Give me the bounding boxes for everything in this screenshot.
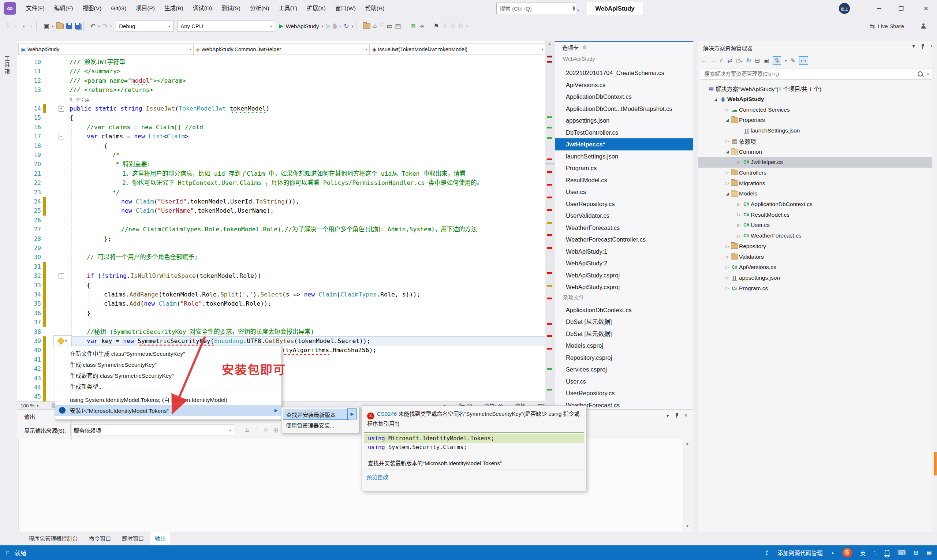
tree-expander-icon[interactable]: ▷ (736, 234, 742, 238)
navigate-back-icon[interactable]: ← (14, 22, 20, 30)
tree-item[interactable]: {}launchSettings.json (698, 126, 937, 136)
tab-list-item[interactable]: Program.cs (555, 162, 693, 174)
run-target-label[interactable]: WebApiStudy (286, 23, 319, 29)
tree-expander-icon[interactable]: ▷ (724, 181, 730, 186)
tree-item[interactable]: ▷C#Program.cs (698, 283, 937, 294)
output-wrap-icon[interactable]: ≡ (255, 427, 258, 434)
code-line[interactable]: * 特别重要: (115, 160, 151, 169)
code-line[interactable]: */ (112, 188, 120, 197)
run-target-dropdown[interactable]: ▾ (322, 24, 323, 28)
quick-fix-item[interactable]: using System.IdentityModel.Tokens; (自 Sy… (55, 394, 282, 405)
pin-icon[interactable] (921, 43, 925, 49)
code-line[interactable]: 1、这里将用户的部分信息，比如 uid 存到了Claim 中，如果你想知道如何在… (122, 169, 466, 178)
tree-item[interactable]: ▷C#ApiVersions.cs (698, 262, 937, 273)
tab-list-item[interactable]: WebApiStudy.csproj (555, 281, 693, 293)
tree-item[interactable]: ▷▦依赖项 (698, 136, 937, 147)
editor-zoom-dropdown[interactable]: 100 %▾ (17, 403, 46, 408)
code-line[interactable]: public static string IssueJwt(TokenModel… (69, 104, 269, 113)
tree-item[interactable]: ▷☁Connected Services (698, 104, 937, 115)
tab-list-item[interactable]: ApplicationDbCont...tModelSnapshot.cs (555, 103, 693, 115)
indent-decrease-icon[interactable]: ≣ (411, 22, 416, 30)
menu-item[interactable]: 调试(D) (188, 0, 217, 17)
menu-item[interactable]: 测试(S) (217, 0, 245, 17)
tree-expander-icon[interactable]: ▷ (724, 244, 730, 249)
tab-list-item[interactable]: Repository.csproj (555, 352, 693, 364)
tree-expander-icon[interactable]: ◢ (724, 191, 730, 196)
code-line[interactable]: //秘钥 (SymmetricSecurityKey 对安全性的要求，密钥的长度… (87, 327, 314, 336)
tree-item[interactable]: ▷C#ResultModel.cs (698, 209, 937, 220)
code-line[interactable]: //var claims = new Claim[] //old (87, 123, 203, 132)
redo-dropdown[interactable]: ▾ (110, 24, 112, 28)
sogou-ime-icon[interactable]: S (843, 548, 852, 557)
code-line[interactable]: { (87, 281, 91, 290)
menu-item[interactable]: 帮助(H) (360, 0, 389, 17)
chevron-down-icon[interactable]: ▾ (666, 412, 669, 418)
tab-list-item[interactable]: User.cs (555, 375, 693, 388)
ime-punctuation[interactable]: ’, (874, 549, 877, 556)
live-share-label[interactable]: Live Share (878, 23, 904, 29)
code-line[interactable]: ityAlgorithms.HmacSha256); (282, 346, 376, 355)
gear-icon[interactable]: ⚙ (582, 44, 587, 51)
tab-list-item[interactable]: ApplicationDbContext.cs (555, 304, 693, 316)
code-line[interactable]: 2、你也可以研究下 HttpContext.User.Claims ，具体的你可… (122, 178, 483, 188)
tree-item[interactable]: ▷C#User.cs (698, 220, 937, 231)
code-line[interactable]: { (104, 141, 108, 151)
tree-expander-icon[interactable]: ▷ (724, 170, 730, 175)
tab-list-item[interactable]: WeatherForecastController.cs (555, 234, 693, 246)
document-outline-icon[interactable]: ▤ (395, 22, 401, 30)
code-line[interactable]: claims.Add(new Claim("Role",tokenModel.R… (104, 299, 271, 308)
se-properties-icon[interactable]: ▣ (763, 57, 769, 64)
ime-language[interactable]: 英 (860, 549, 866, 557)
tree-item[interactable]: ▷Validators (698, 251, 937, 262)
tree-expander-icon[interactable]: ▷ (736, 223, 742, 228)
tool-window-tab[interactable]: 程序包管理器控制台 (24, 532, 82, 545)
tree-item[interactable]: ◢◉WebApiStudy (698, 94, 937, 105)
code-line[interactable]: //new Claim(ClaimTypes.Role,tokenModel.R… (121, 225, 477, 234)
tree-expander-icon[interactable]: ◢ (724, 149, 730, 154)
tree-expander-icon[interactable]: ▷ (736, 212, 742, 217)
tree-item[interactable]: ▷Repository (698, 241, 937, 252)
tab-list-item[interactable]: ResultModel.cs (555, 174, 693, 186)
configuration-dropdown[interactable]: Debug▾ (115, 20, 174, 32)
code-line[interactable]: // 可以将一个用户的多个角色全部赋予; (87, 252, 198, 262)
add-to-source-control[interactable]: 添加到源代码管理 (777, 549, 823, 557)
tab-list-item[interactable]: Services.csproj (555, 363, 693, 375)
preview-changes-link[interactable]: 预览更改 (362, 470, 586, 483)
open-folder-icon[interactable] (56, 23, 64, 29)
se-preview-code-icon[interactable]: ▭ (799, 56, 808, 65)
se-switch-view-icon[interactable]: ⇄ (727, 57, 732, 64)
tree-expander-icon[interactable]: ▷ (724, 254, 730, 259)
submenu-item[interactable]: 查找并安装最新版本 (283, 409, 349, 420)
quick-fix-item[interactable]: 生成新类型... (55, 381, 282, 392)
code-line[interactable]: claims.AddRange(tokenModel.Role.Split(',… (104, 290, 420, 299)
bookmark-prev-icon[interactable]: ⚐ (442, 22, 447, 30)
se-collapse-all-icon[interactable]: ⊟ (755, 57, 760, 64)
bookmark-clear-icon[interactable]: ⚐ (458, 22, 463, 30)
start-debug-icon[interactable]: ▶ (279, 23, 283, 29)
scroll-up-icon[interactable]: ▲ (684, 440, 691, 447)
menu-item[interactable]: 扩展(X) (302, 0, 331, 17)
tab-list-item[interactable]: WeatherForecast.cs (555, 222, 693, 234)
tab-list-item[interactable]: DbTestController.cs (555, 127, 693, 139)
se-back-icon[interactable]: ← (701, 57, 707, 64)
output-clear-icon[interactable]: ⇊ (245, 427, 249, 434)
tab-list-item[interactable]: JwtHelper.cs* (555, 138, 693, 151)
tab-list-item[interactable]: appsettings.json (555, 115, 693, 127)
quick-fix-item[interactable]: 安装包“Microsoft.IdentityModel.Tokens”∷▶ (55, 405, 282, 416)
tab-list-item[interactable]: ApplicationDbContext.cs (555, 91, 693, 103)
se-refresh-icon[interactable]: ↻ (746, 57, 751, 64)
undo-icon[interactable]: ↶ (91, 22, 95, 30)
tab-list-item[interactable]: Models.csproj (555, 340, 693, 352)
fold-collapse-button[interactable]: − (58, 106, 64, 112)
quick-fix-item[interactable]: 在新文件中生成 class“SymmetricSecurityKey” (55, 348, 282, 359)
tree-item[interactable]: ▷{}appsettings.json (698, 273, 937, 283)
microphone-icon[interactable] (885, 550, 889, 556)
menu-item[interactable]: 项目(P) (131, 0, 160, 17)
navigate-back-dropdown[interactable]: ▾ (23, 24, 25, 28)
undo-dropdown[interactable]: ▾ (98, 24, 100, 28)
user-avatar[interactable]: 创上 (839, 3, 850, 14)
caret-up-icon[interactable]: ▲ (831, 551, 834, 555)
close-icon[interactable]: × (685, 412, 688, 418)
find-in-files-icon[interactable] (363, 23, 371, 29)
quick-search-box[interactable] (496, 3, 576, 14)
